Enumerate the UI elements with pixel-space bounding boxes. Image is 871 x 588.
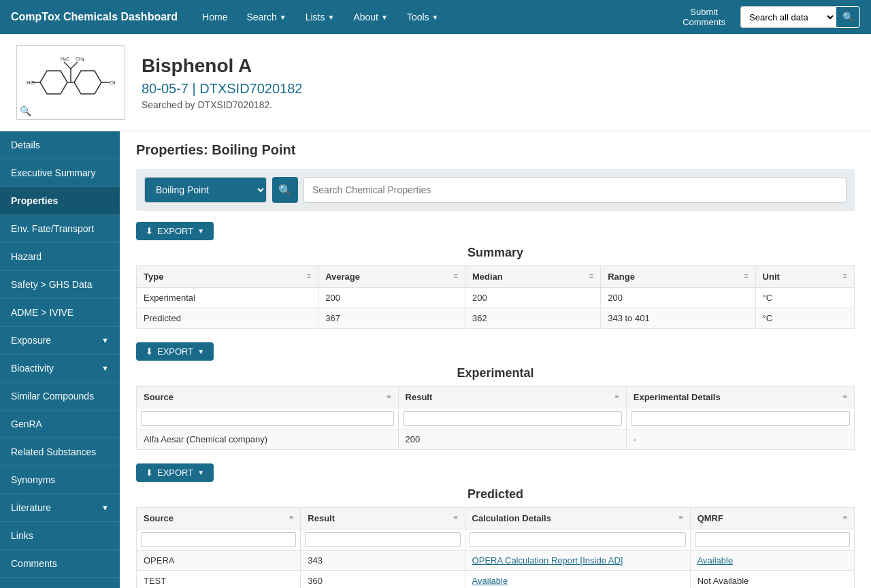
col-sort-icon[interactable]: ≡ — [307, 272, 311, 280]
sidebar-item-related-substances[interactable]: Related Substances — [0, 438, 120, 466]
summary-unit: °C — [755, 288, 854, 308]
nav-item-lists[interactable]: Lists ▼ — [297, 6, 343, 28]
sidebar-item-exposure[interactable]: Exposure▼ — [0, 327, 120, 355]
svg-line-9 — [64, 62, 71, 69]
nav-home-link[interactable]: Home — [194, 6, 235, 28]
col-sort-icon[interactable]: ≡ — [387, 392, 391, 400]
col-sort-icon[interactable]: ≡ — [454, 272, 458, 280]
nav-item-tools[interactable]: Tools ▼ — [399, 6, 447, 28]
col-sort-icon[interactable]: ≡ — [589, 272, 593, 280]
nav-search-link[interactable]: Search ▼ — [238, 6, 294, 28]
filter-row — [137, 408, 855, 429]
col-sort-icon[interactable]: ≡ — [453, 513, 457, 521]
search-scope-select[interactable]: Search all data — [740, 6, 836, 28]
compound-searched-by: Searched by DTXSID7020182. — [142, 99, 302, 110]
details-filter-input[interactable] — [631, 411, 850, 426]
source-filter-input[interactable] — [141, 411, 394, 426]
col-sort-icon[interactable]: ≡ — [744, 272, 748, 280]
sidebar-item-adme[interactable]: ADME > IVIVE — [0, 299, 120, 327]
predicted-export-button[interactable]: ⬇ EXPORT ▼ — [136, 463, 214, 482]
result-filter-input[interactable] — [403, 411, 622, 426]
col-sort-icon[interactable]: ≡ — [289, 513, 293, 521]
pred-source: OPERA — [137, 551, 301, 571]
brand-logo[interactable]: CompTox Chemicals Dashboard — [11, 11, 178, 23]
pred-col-qmrf: QMRF ≡ — [690, 508, 854, 529]
col-sort-icon[interactable]: ≡ — [678, 513, 683, 521]
nav-item-about[interactable]: About ▼ — [345, 6, 396, 28]
calc-details-link[interactable]: OPERA Calculation Report [Inside AD] — [472, 555, 623, 566]
experimental-export-caret: ▼ — [197, 348, 204, 355]
table-row: TEST 360 Available Not Available — [137, 571, 855, 589]
property-search-input[interactable] — [303, 177, 847, 203]
sidebar-item-links[interactable]: Links — [0, 522, 120, 550]
experimental-export-button[interactable]: ⬇ EXPORT ▼ — [136, 342, 214, 361]
property-type-select[interactable]: Boiling PointMelting PointVapor Pressure… — [144, 177, 267, 203]
summary-export-button[interactable]: ⬇ EXPORT ▼ — [136, 222, 214, 240]
sidebar-item-similar-compounds[interactable]: Similar Compounds — [0, 382, 120, 410]
sidebar-item-safety-ghs[interactable]: Safety > GHS Data — [0, 271, 120, 299]
nav-lists-link[interactable]: Lists ▼ — [297, 6, 343, 28]
summary-col-unit: Unit ≡ — [755, 266, 854, 288]
literature-arrow-icon: ▼ — [101, 504, 109, 512]
col-sort-icon[interactable]: ≡ — [843, 392, 847, 400]
predicted-export-icon: ⬇ — [146, 468, 153, 478]
pred-result: 360 — [301, 571, 465, 589]
pred-calc-details: OPERA Calculation Report [Inside AD] — [465, 551, 690, 571]
summary-median: 200 — [465, 288, 601, 308]
summary-range: 200 — [601, 288, 755, 308]
search-dropdown-icon: ▼ — [280, 14, 286, 21]
summary-col-range: Range ≡ — [601, 266, 755, 288]
summary-table: Type ≡Average ≡Median ≡Range ≡Unit ≡ Exp… — [136, 265, 855, 329]
sidebar-item-literature[interactable]: Literature▼ — [0, 494, 120, 522]
qmrf-link[interactable]: Available — [697, 555, 734, 566]
structure-svg: HO OH H₃C CH₃ — [27, 52, 115, 113]
sidebar-item-properties[interactable]: Properties — [0, 187, 120, 215]
table-row: Experimental 200 200 200 °C — [137, 288, 855, 308]
calc-details-link[interactable]: Available — [472, 576, 508, 586]
sidebar-item-env-fate[interactable]: Env. Fate/Transport — [0, 215, 120, 243]
pred-col-calculation-details: Calculation Details ≡ — [465, 508, 690, 529]
experimental-table: Source ≡Result ≡Experimental Details ≡ A… — [136, 386, 855, 450]
global-search: Search all data 🔍 — [740, 6, 860, 28]
summary-type: Experimental — [137, 288, 318, 308]
pred-source-filter[interactable] — [141, 532, 296, 547]
sidebar-item-details[interactable]: Details — [0, 131, 120, 159]
export-dropdown-icon: ▼ — [197, 227, 204, 235]
predicted-section-title: Predicted — [136, 487, 855, 502]
col-sort-icon[interactable]: ≡ — [614, 392, 619, 400]
summary-unit: °C — [755, 308, 854, 329]
compound-header: HO OH H₃C CH₃ 🔍 Bisphenol A 80-05-7 | DT… — [0, 34, 871, 131]
pred-col-source: Source ≡ — [137, 508, 301, 529]
property-search-button[interactable]: 🔍 — [272, 177, 298, 203]
summary-col-type: Type ≡ — [137, 266, 318, 288]
sidebar-item-hazard[interactable]: Hazard — [0, 243, 120, 271]
pred-qmrf-filter[interactable] — [695, 532, 850, 547]
svg-marker-0 — [40, 71, 67, 94]
sidebar-item-comments[interactable]: Comments — [0, 550, 120, 578]
pred-result-filter[interactable] — [305, 532, 460, 547]
exp-source: Alfa Aesar (Chemical company) — [137, 429, 399, 450]
svg-marker-1 — [74, 71, 101, 94]
sidebar-item-executive-summary[interactable]: Executive Summary — [0, 159, 120, 187]
summary-col-median: Median ≡ — [465, 266, 601, 288]
zoom-icon[interactable]: 🔍 — [20, 105, 31, 116]
submit-comments-btn[interactable]: Submit Comments — [676, 3, 732, 31]
lists-dropdown-icon: ▼ — [328, 14, 335, 21]
nav-tools-link[interactable]: Tools ▼ — [399, 6, 447, 28]
sidebar-item-genra[interactable]: GenRA — [0, 410, 120, 438]
nav-about-link[interactable]: About ▼ — [345, 6, 396, 28]
col-sort-icon[interactable]: ≡ — [843, 272, 847, 280]
nav-item-home[interactable]: Home — [194, 6, 235, 28]
about-dropdown-icon: ▼ — [381, 14, 388, 21]
col-sort-icon[interactable]: ≡ — [843, 513, 847, 521]
nav-item-search[interactable]: Search ▼ — [238, 6, 294, 28]
sidebar-item-bioactivity[interactable]: Bioactivity▼ — [0, 355, 120, 382]
compound-ids[interactable]: 80-05-7 | DTXSID7020182 — [142, 81, 302, 97]
tools-dropdown-icon: ▼ — [432, 14, 439, 21]
pred-result: 343 — [301, 551, 465, 571]
global-search-button[interactable]: 🔍 — [836, 6, 860, 28]
sidebar-item-synonyms[interactable]: Synonyms — [0, 466, 120, 494]
compound-structure-image[interactable]: HO OH H₃C CH₃ 🔍 — [16, 45, 125, 120]
pred-calc-filter[interactable] — [470, 532, 686, 547]
page-layout: DetailsExecutive SummaryPropertiesEnv. F… — [0, 131, 871, 588]
